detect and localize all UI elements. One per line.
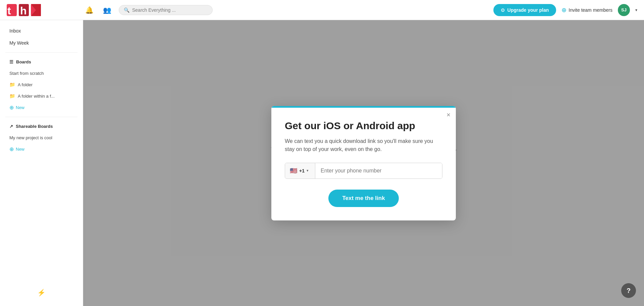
search-input[interactable] [132, 7, 208, 13]
contacts-button[interactable]: 👥 [101, 4, 113, 16]
search-icon: 🔍 [124, 7, 129, 13]
country-code: +1 [299, 168, 305, 173]
modal-title: Get our iOS or Android app [285, 120, 442, 132]
upgrade-icon: ⊙ [501, 7, 505, 13]
phone-number-input[interactable] [315, 163, 442, 178]
sidebar: Inbox My Week ☰ Boards Start from scratc… [0, 20, 83, 306]
plus-circle-icon-1: ⊕ [9, 104, 14, 111]
svg-text:h: h [20, 5, 27, 17]
folder-icon-2: 📁 [9, 93, 15, 99]
sidebar-boards-section: ☰ Boards [3, 57, 80, 67]
people-icon: 👥 [103, 6, 111, 14]
main-content: Your archives are empty Boards you don't… [83, 20, 644, 306]
sidebar-item-folder2[interactable]: 📁 A folder within a f... [3, 91, 80, 101]
sidebar-item-folder1[interactable]: 📁 A folder [3, 80, 80, 90]
bell-icon: 🔔 [85, 6, 94, 14]
modal-overlay: × Get our iOS or Android app We can text… [83, 20, 644, 306]
sidebar-bottom: ⚡ [0, 285, 83, 301]
avatar-dropdown-caret[interactable]: ▾ [635, 8, 637, 12]
upgrade-button[interactable]: ⊙ Upgrade your plan [493, 4, 556, 16]
boards-new-button[interactable]: ⊕ New [3, 102, 80, 113]
text-me-button[interactable]: Text me the link [328, 190, 399, 207]
country-select[interactable]: 🇺🇸 +1 ▾ [285, 163, 315, 178]
modal-body: × Get our iOS or Android app We can text… [271, 108, 456, 220]
search-bar: 🔍 [119, 5, 213, 15]
sidebar-shareable-section: ↗ Shareable Boards [3, 121, 80, 132]
folder-icon-1: 📁 [9, 82, 15, 87]
hamburger-icon: ☰ [9, 59, 13, 64]
modal-dialog: × Get our iOS or Android app We can text… [271, 106, 456, 220]
top-navigation: t h 🔔 👥 🔍 ⊙ Upgrade your plan ⊕ Invite t… [0, 0, 644, 20]
invite-button[interactable]: ⊕ Invite team members [561, 6, 612, 14]
flag-emoji: 🇺🇸 [290, 167, 297, 174]
sidebar-item-shareable-board1[interactable]: My new project is cool [3, 133, 80, 143]
help-button[interactable]: ? [621, 283, 636, 298]
modal-description: We can text you a quick download link so… [285, 137, 442, 153]
share-icon: ↗ [9, 124, 13, 129]
lightning-icon[interactable]: ⚡ [37, 289, 46, 297]
country-dropdown-caret: ▾ [307, 168, 309, 173]
plus-icon: ⊕ [561, 6, 567, 14]
app-logo: t h [7, 3, 74, 17]
sidebar-item-inbox[interactable]: Inbox [3, 26, 80, 36]
modal-close-button[interactable]: × [446, 111, 450, 118]
sidebar-item-my-week[interactable]: My Week [3, 38, 80, 48]
main-layout: Inbox My Week ☰ Boards Start from scratc… [0, 20, 644, 306]
shareable-new-button[interactable]: ⊕ New [3, 144, 80, 154]
sidebar-divider-2 [5, 117, 77, 117]
avatar[interactable]: SJ [618, 4, 630, 16]
sidebar-item-start-from-scratch[interactable]: Start from scratch [3, 68, 80, 78]
svg-text:t: t [7, 5, 11, 17]
sidebar-divider-1 [5, 52, 77, 53]
phone-input-row: 🇺🇸 +1 ▾ [285, 163, 442, 179]
plus-circle-icon-2: ⊕ [9, 146, 14, 152]
notifications-button[interactable]: 🔔 [83, 4, 96, 16]
